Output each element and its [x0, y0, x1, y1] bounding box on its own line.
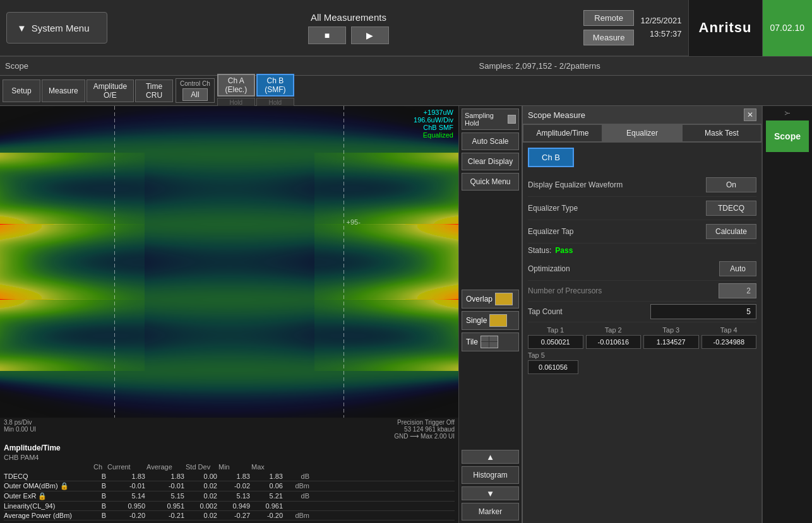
ch-b-button[interactable]: Ch B (SMF) [256, 74, 294, 97]
tap-count-input[interactable] [650, 304, 756, 319]
date-line: 12/25/2021 [640, 15, 681, 28]
tile-label: Tile [466, 338, 478, 346]
single-label: Single [466, 316, 487, 325]
div-per-unit: 3.8 ps/Div [4, 419, 36, 426]
status-value: Pass [555, 246, 573, 255]
oe-label: O/E [104, 91, 117, 100]
single-button[interactable]: Single [462, 311, 519, 330]
tap1-input[interactable] [528, 335, 583, 349]
table-row: Outer OMA(dBm) 🔒 B -0.01 -0.01 0.02 -0.0… [4, 481, 455, 491]
tap2-input[interactable] [586, 335, 642, 349]
taps-values-row [528, 335, 756, 349]
optimization-label: Optimization [528, 264, 719, 273]
ch-b-line1: Ch B [267, 76, 284, 85]
remote-measure-section: Remote Measure [583, 10, 635, 45]
col-min: Min [218, 463, 250, 471]
gnd-max: GND ⟶ Max 2.00 UI [394, 433, 455, 440]
scope-measure-close-button[interactable]: ✕ [744, 109, 756, 121]
tap4-input[interactable] [702, 335, 757, 349]
ch-b-section: Ch B (SMF) Hold [256, 74, 294, 108]
clear-display-button[interactable]: Clear Display [462, 153, 519, 170]
eq-label-display: Equalized [414, 131, 453, 139]
sampling-label: Sampling Hold [465, 112, 505, 127]
tap-count-label: Tap Count [528, 307, 650, 316]
col-ch: Ch [93, 463, 106, 471]
scope-sidebar-button[interactable]: Scope [766, 120, 809, 152]
all-measurements-title: All Measurements [308, 12, 389, 23]
equalizer-type-value[interactable]: TDECQ [706, 201, 756, 216]
eye-diagram-canvas [0, 106, 458, 418]
precursors-label: Number of Precursors [528, 286, 719, 295]
meas-rows: TDECQ B 1.83 1.83 0.00 1.83 1.83 dB Oute… [4, 472, 455, 520]
scope-header: Scope Samples: 2,097,152 - 2/2patterns [0, 57, 812, 76]
auto-scale-button[interactable]: Auto Scale [462, 132, 519, 150]
display-eq-waveform-label: Display Equalizer Waveform [528, 180, 706, 189]
scope-measure-tabs: Amplitude/Time Equalizer Mask Test [523, 124, 761, 143]
display-eq-waveform-row: Display Equalizer Waveform On [528, 173, 756, 197]
tap2-header: Tap 2 [586, 326, 642, 334]
status-label: Status: [528, 246, 551, 255]
col-average: Average [146, 463, 184, 471]
measure-button[interactable]: Measure [583, 30, 635, 45]
tab-mask-test[interactable]: Mask Test [682, 124, 761, 142]
y-label: Y [784, 111, 791, 115]
setup-button[interactable]: Setup [3, 79, 40, 102]
all-button[interactable]: All [182, 88, 207, 101]
amplitude-oe-button[interactable]: Amplitude O/E [87, 79, 134, 102]
remote-button[interactable]: Remote [583, 10, 635, 26]
amplitude-label: Amplitude [93, 82, 127, 91]
tap5-section: Tap 5 [528, 349, 756, 377]
scope-measure-title: Scope Measure [528, 110, 585, 120]
sampling-hold-section: Sampling Hold [462, 109, 519, 130]
scope-measure-content: Ch B Display Equalizer Waveform On Equal… [523, 143, 761, 523]
tile-button[interactable]: Tile [462, 332, 519, 351]
control-ch-section: Control Ch All [176, 78, 215, 103]
time-label: Time [146, 82, 162, 91]
system-menu-button[interactable]: ▼ System Menu [6, 12, 107, 44]
time-cru-button[interactable]: Time CRU [135, 79, 173, 102]
optimization-row: Optimization Auto [528, 257, 756, 281]
all-measurements-play-button[interactable]: ▶ [351, 26, 389, 44]
marker-button[interactable]: Marker [462, 503, 519, 520]
equalizer-tap-row: Equalizer Tap Calculate [528, 220, 756, 244]
ch-a-section: Ch A (Elec.) Hold [217, 74, 255, 108]
precursors-row: Number of Precursors 2 [528, 281, 756, 302]
scope-measure-panel: Scope Measure ✕ Amplitude/Time Equalizer… [522, 106, 761, 523]
ch-a-line1: Ch A [228, 76, 244, 85]
ch-a-button[interactable]: Ch A (Elec.) [217, 74, 255, 97]
sampling-indicator [508, 115, 516, 124]
tap5-input[interactable] [528, 360, 578, 374]
histogram-button[interactable]: Histogram [462, 466, 519, 484]
scope-sidebar: Y Scope [761, 106, 812, 523]
version-display: 07.02.10 [762, 0, 813, 56]
tab-equalizer[interactable]: Equalizer [602, 124, 682, 142]
measure-toolbar-button[interactable]: Measure [42, 79, 85, 102]
quick-menu-button[interactable]: Quick Menu [462, 173, 519, 191]
display-eq-waveform-value[interactable]: On [706, 177, 756, 192]
meas-subtitle: CHB PAM4 [4, 454, 455, 461]
ch-a-line2: (Elec.) [225, 85, 248, 94]
scroll-down-button[interactable]: ▼ [462, 486, 519, 500]
equalizer-tap-value[interactable]: Calculate [706, 224, 756, 239]
precursors-value: 2 [719, 283, 756, 298]
overlap-button[interactable]: Overlap [462, 290, 519, 309]
tap4-header: Tap 4 [702, 326, 757, 334]
scroll-up-button[interactable]: ▲ [462, 450, 519, 464]
waveform-bottom-stats: 3.8 ps/Div Min 0.00 UI Precision Trigger… [0, 418, 458, 441]
min-ui: Min 0.00 UI [4, 426, 36, 433]
all-measurements-stop-button[interactable]: ■ [308, 26, 346, 44]
right-controls-panel: Sampling Hold Auto Scale Clear Display Q… [458, 106, 522, 523]
ch-b-line2: (SMF) [265, 85, 285, 94]
ch-b-select-button[interactable]: Ch B [528, 148, 574, 167]
waveform-panel: +1937uW 196.6uW/Div ChB SMF Equalized 3.… [0, 106, 458, 523]
optimization-auto-button[interactable]: Auto [719, 261, 756, 276]
tap5-label: Tap 5 [528, 351, 756, 359]
col-max: Max [251, 463, 283, 471]
tab-amplitude-time[interactable]: Amplitude/Time [523, 124, 602, 142]
tap3-input[interactable] [643, 335, 699, 349]
meas-header-row: Ch Current Average Std Dev Min Max [4, 463, 455, 471]
table-row: Average Power (dBm) B -0.20 -0.21 0.02 -… [4, 511, 455, 520]
table-row: Linearity(CL_94) B 0.950 0.951 0.002 0.9… [4, 502, 455, 511]
baud-rate: 53 124 961 kbaud [394, 426, 455, 433]
tap1-header: Tap 1 [528, 326, 583, 334]
